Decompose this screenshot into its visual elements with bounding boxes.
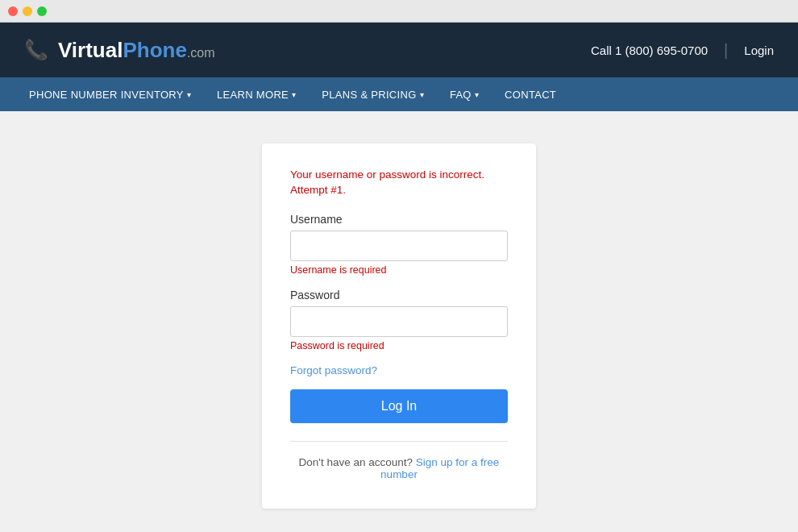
username-input[interactable] (290, 231, 508, 261)
nav-item-phone-inventory[interactable]: PHONE NUMBER INVENTORY ▾ (16, 77, 204, 111)
header-right: Call 1 (800) 695-0700 | Login (591, 41, 774, 60)
site-header: 📞 VirtualPhone.com Call 1 (800) 695-0700… (0, 23, 798, 77)
password-input[interactable] (290, 306, 508, 337)
header-phone-number: Call 1 (800) 695-0700 (591, 44, 708, 57)
nav-item-faq[interactable]: FAQ ▾ (437, 77, 492, 111)
username-error: Username is required (290, 264, 508, 276)
logo-text: VirtualPhone.com (58, 38, 215, 63)
nav-item-plans-pricing[interactable]: PLANS & PRICING ▾ (309, 77, 437, 111)
logo-com: .com (187, 46, 215, 60)
header-divider: | (724, 41, 728, 60)
nav-item-learn-more[interactable]: LEARN MORE ▾ (204, 77, 309, 111)
phone-logo-icon: 📞 (24, 39, 48, 61)
browser-dot-yellow[interactable] (23, 6, 32, 16)
username-group: Username Username is required (290, 213, 508, 276)
nav-item-contact[interactable]: CONTACT (492, 77, 569, 111)
forgot-password-link[interactable]: Forgot password? (290, 364, 508, 376)
signup-text: Don't have an account? Sign up for a fre… (290, 456, 508, 480)
login-button[interactable]: Log In (290, 389, 508, 423)
password-group: Password Password is required (290, 289, 508, 351)
logo-virtual: Virtual (58, 38, 123, 62)
chevron-down-icon: ▾ (475, 90, 479, 99)
chevron-down-icon: ▾ (420, 90, 424, 99)
login-link[interactable]: Login (744, 44, 774, 57)
password-error: Password is required (290, 340, 508, 351)
logo-area[interactable]: 📞 VirtualPhone.com (24, 38, 215, 63)
browser-dot-green[interactable] (37, 6, 47, 16)
main-nav: PHONE NUMBER INVENTORY ▾ LEARN MORE ▾ PL… (0, 77, 798, 111)
login-card: Your username or password is incorrect. … (262, 143, 536, 509)
error-message: Your username or password is incorrect. … (290, 168, 508, 198)
browser-chrome (0, 0, 798, 23)
chevron-down-icon: ▾ (187, 90, 191, 99)
password-label: Password (290, 289, 508, 301)
logo-phone: Phone (123, 38, 186, 62)
card-divider (290, 441, 508, 442)
chevron-down-icon: ▾ (292, 90, 296, 99)
main-content: Your username or password is incorrect. … (0, 111, 798, 532)
browser-dot-red[interactable] (8, 6, 18, 16)
username-label: Username (290, 213, 508, 226)
